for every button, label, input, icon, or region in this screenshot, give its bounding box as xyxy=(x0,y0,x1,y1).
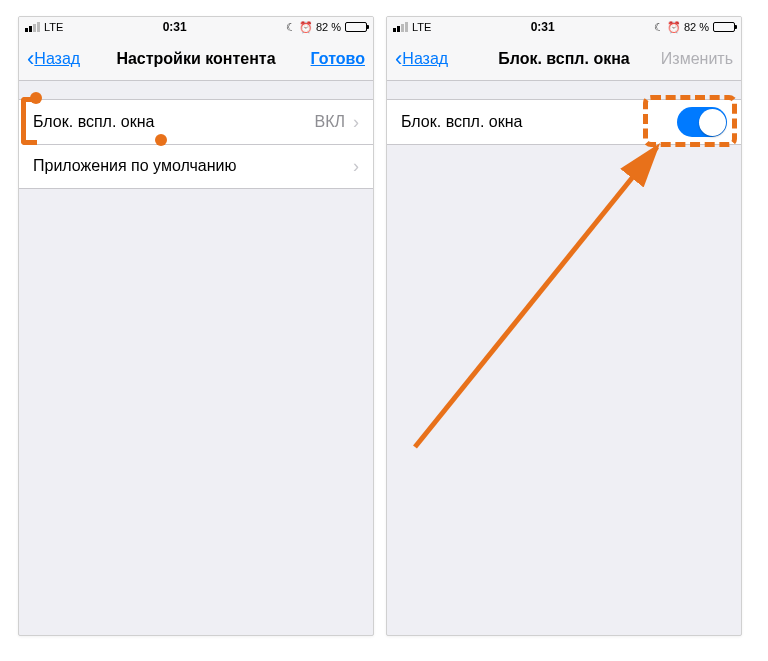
chevron-right-icon: › xyxy=(353,112,359,133)
clock-label: 0:31 xyxy=(163,20,187,34)
signal-icon xyxy=(393,22,408,32)
battery-icon xyxy=(713,22,735,32)
annotation-dot xyxy=(155,134,167,146)
row-label: Блок. вспл. окна xyxy=(401,113,522,131)
back-button[interactable]: Назад xyxy=(402,50,448,68)
two-phone-layout: LTE 0:31 ☾ ⏰ 82 % ‹ Назад Настройки конт… xyxy=(0,0,768,652)
row-label: Приложения по умолчанию xyxy=(33,157,236,175)
dnd-icon: ☾ xyxy=(286,21,296,34)
battery-icon xyxy=(345,22,367,32)
done-button[interactable]: Готово xyxy=(311,50,365,68)
phone-left: LTE 0:31 ☾ ⏰ 82 % ‹ Назад Настройки конт… xyxy=(18,16,374,636)
edit-button: Изменить xyxy=(661,50,733,68)
row-default-apps[interactable]: Приложения по умолчанию › xyxy=(19,144,373,188)
row-value: ВКЛ xyxy=(315,113,346,131)
status-bar: LTE 0:31 ☾ ⏰ 82 % xyxy=(387,17,741,37)
carrier-label: LTE xyxy=(412,21,431,33)
signal-icon xyxy=(25,22,40,32)
nav-bar: ‹ Назад Настройки контента Готово xyxy=(19,37,373,81)
row-label: Блок. вспл. окна xyxy=(33,113,154,131)
carrier-label: LTE xyxy=(44,21,63,33)
phone-right: LTE 0:31 ☾ ⏰ 82 % ‹ Назад Блок. вспл. ок… xyxy=(386,16,742,636)
row-block-popups[interactable]: Блок. вспл. окна ВКЛ › xyxy=(19,100,373,144)
dnd-icon: ☾ xyxy=(654,21,664,34)
annotation-dashed-box xyxy=(643,95,737,147)
settings-list: Блок. вспл. окна ВКЛ › Приложения по умо… xyxy=(19,99,373,189)
status-bar: LTE 0:31 ☾ ⏰ 82 % xyxy=(19,17,373,37)
annotation-bracket xyxy=(21,97,37,145)
back-chevron-icon[interactable]: ‹ xyxy=(395,48,402,70)
svg-line-0 xyxy=(415,147,657,447)
chevron-right-icon: › xyxy=(353,156,359,177)
alarm-icon: ⏰ xyxy=(667,21,681,34)
annotation-arrow xyxy=(405,137,685,457)
back-chevron-icon[interactable]: ‹ xyxy=(27,48,34,70)
annotation-dot xyxy=(30,92,42,104)
back-button[interactable]: Назад xyxy=(34,50,80,68)
battery-percent: 82 % xyxy=(684,21,709,33)
clock-label: 0:31 xyxy=(531,20,555,34)
alarm-icon: ⏰ xyxy=(299,21,313,34)
battery-percent: 82 % xyxy=(316,21,341,33)
nav-bar: ‹ Назад Блок. вспл. окна Изменить xyxy=(387,37,741,81)
